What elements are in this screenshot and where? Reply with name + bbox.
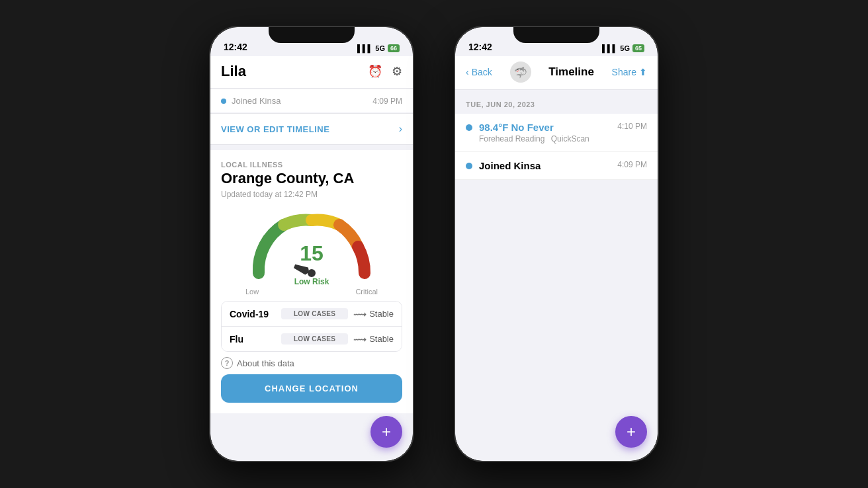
- local-illness-label: LOCAL ILLNESS: [221, 161, 402, 169]
- timeline-content: TUE, JUN 20, 2023 98.4°F No Fever Forehe…: [455, 90, 658, 180]
- gauge-container: 15 Low Risk Low Critical: [221, 207, 402, 296]
- covid-row: Covid-19 LOW CASES ⟿ Stable: [222, 302, 402, 327]
- right-status-icons: ▌▌▌ 5G 65: [602, 44, 644, 52]
- joined-kinsa-time: 4:09 PM: [372, 97, 402, 106]
- no-fever-label: No Fever: [511, 122, 554, 133]
- share-label: Share: [612, 67, 636, 77]
- left-status-bar: 12:42 ▌▌▌ 5G 66: [210, 27, 413, 56]
- view-timeline-btn[interactable]: VIEW OR EDIT TIMELINE ›: [210, 113, 413, 145]
- left-app-content: Lila ⏰ ⚙ Joined Kinsa 4:09 PM VIEW OR ED…: [210, 56, 413, 461]
- question-icon: ?: [221, 357, 233, 369]
- fever-title: 98.4°F No Fever: [479, 122, 611, 133]
- right-screen: 12:42 ▌▌▌ 5G 65 ‹ Back 🦈 Timeline Share …: [455, 27, 658, 461]
- network-label: 5G: [375, 44, 385, 52]
- battery-badge: 66: [388, 44, 400, 52]
- date-section: TUE, JUN 20, 2023: [455, 90, 658, 114]
- flu-row: Flu LOW CASES ⟿ Stable: [222, 327, 402, 351]
- entry-content-fever: 98.4°F No Fever Forehead Reading QuickSc…: [479, 122, 611, 143]
- flu-stable: ⟿ Stable: [353, 334, 394, 345]
- entry-dot-joined: [466, 163, 472, 169]
- view-timeline-label: VIEW OR EDIT TIMELINE: [221, 124, 329, 134]
- right-network-label: 5G: [620, 44, 630, 52]
- gauge-low-label: Low: [245, 288, 259, 296]
- flu-stable-label: Stable: [369, 334, 394, 344]
- settings-icon[interactable]: ⚙: [392, 64, 402, 79]
- illness-card: LOCAL ILLNESS Orange County, CA Updated …: [210, 150, 413, 413]
- avatar: 🦈: [510, 61, 531, 83]
- right-signal-icon: ▌▌▌: [602, 44, 617, 52]
- right-app-content: ‹ Back 🦈 Timeline Share ⬆ TUE, JUN 20, 2…: [455, 56, 658, 461]
- left-time: 12:42: [224, 42, 247, 52]
- back-chevron-icon: ‹: [466, 67, 469, 77]
- flu-name: Flu: [230, 334, 276, 345]
- updated-text: Updated today at 12:42 PM: [221, 190, 402, 199]
- joined-time: 4:09 PM: [617, 160, 647, 169]
- signal-icon: ▌▌▌: [357, 44, 372, 52]
- quickscan-label: QuickScan: [551, 134, 589, 143]
- right-nav-bar: ‹ Back 🦈 Timeline Share ⬆: [455, 56, 658, 90]
- left-status-icons: ▌▌▌ 5G 66: [357, 44, 400, 52]
- dot-blue: [221, 99, 226, 104]
- fever-temp: 98.4°F: [479, 122, 511, 133]
- timeline-entry-fever: 98.4°F No Fever Forehead Reading QuickSc…: [455, 114, 658, 152]
- right-time: 12:42: [468, 42, 492, 52]
- change-location-btn[interactable]: CHANGE LOCATION: [221, 374, 402, 403]
- timeline-entry-joined: Joined Kinsa 4:09 PM: [455, 152, 658, 180]
- app-title: Lila: [221, 63, 246, 80]
- alarm-icon[interactable]: ⏰: [368, 64, 382, 79]
- share-icon: ⬆: [639, 67, 647, 77]
- date-label: TUE, JUN 20, 2023: [466, 101, 535, 108]
- fever-sub: Forehead Reading QuickScan: [479, 134, 611, 143]
- share-button[interactable]: Share ⬆: [612, 67, 647, 77]
- joined-kinsa-left: Joined Kinsa: [221, 96, 281, 106]
- fever-time: 4:10 PM: [617, 122, 647, 131]
- fab-button[interactable]: +: [370, 416, 402, 448]
- covid-stable-label: Stable: [369, 309, 394, 319]
- gauge-label: Low Risk: [294, 277, 329, 286]
- about-data-label: About this data: [237, 358, 294, 368]
- back-button[interactable]: ‹ Back: [466, 67, 492, 77]
- gauge-range: Low Critical: [245, 288, 378, 296]
- entry-dot-fever: [466, 124, 472, 131]
- forehead-reading-label: Forehead Reading: [479, 134, 544, 143]
- disease-table: Covid-19 LOW CASES ⟿ Stable Flu LOW CASE…: [221, 301, 402, 352]
- right-status-bar: 12:42 ▌▌▌ 5G 65: [455, 27, 658, 56]
- flu-badge: LOW CASES: [281, 333, 348, 345]
- nav-title: Timeline: [548, 65, 594, 79]
- about-data[interactable]: ? About this data: [221, 357, 402, 369]
- stable-arrow-icon: ⟿: [353, 309, 367, 319]
- joined-kinsa-text: Joined Kinsa: [232, 96, 281, 106]
- left-screen: 12:42 ▌▌▌ 5G 66 Lila ⏰ ⚙ Joined Kinsa: [210, 27, 413, 461]
- right-battery-badge: 65: [632, 44, 644, 52]
- back-label: Back: [472, 67, 492, 77]
- left-header: Lila ⏰ ⚙: [210, 56, 413, 89]
- covid-badge: LOW CASES: [281, 308, 348, 319]
- chevron-right-icon: ›: [399, 123, 402, 135]
- svg-point-1: [308, 269, 316, 277]
- joined-kinsa-row: Joined Kinsa 4:09 PM: [210, 89, 413, 112]
- covid-name: Covid-19: [230, 309, 276, 319]
- entry-content-joined: Joined Kinsa: [479, 160, 611, 171]
- left-phone: 12:42 ▌▌▌ 5G 66 Lila ⏰ ⚙ Joined Kinsa: [209, 26, 414, 462]
- right-fab-button[interactable]: +: [615, 416, 647, 448]
- flu-stable-arrow-icon: ⟿: [353, 334, 367, 345]
- gauge-high-label: Critical: [355, 288, 378, 296]
- location-title: Orange County, CA: [221, 170, 402, 187]
- joined-title: Joined Kinsa: [479, 160, 611, 171]
- header-icons: ⏰ ⚙: [368, 64, 402, 79]
- right-phone: 12:42 ▌▌▌ 5G 65 ‹ Back 🦈 Timeline Share …: [454, 26, 659, 462]
- covid-stable: ⟿ Stable: [353, 309, 394, 319]
- gauge-value: 15: [300, 241, 324, 266]
